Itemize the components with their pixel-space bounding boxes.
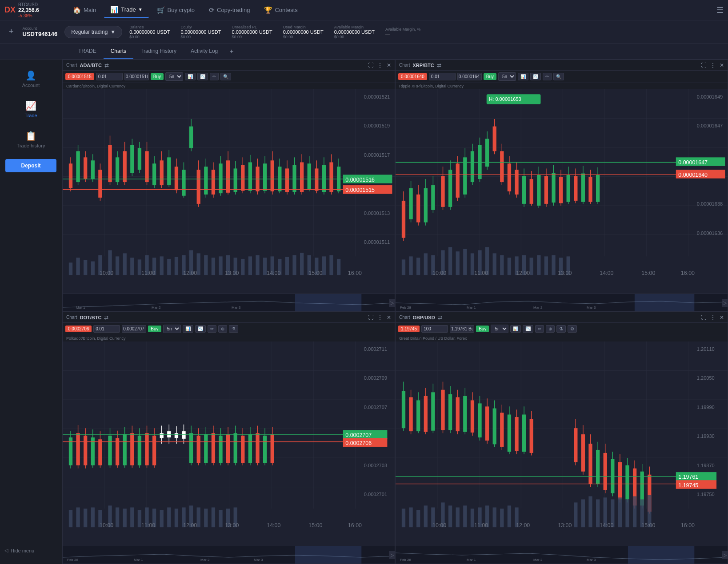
minimap-right-dot[interactable]: ▷ — [389, 551, 395, 559]
settings-gbp[interactable]: ⚙ — [568, 325, 577, 333]
zoom-ada[interactable]: 🔍 — [220, 73, 231, 80]
chart-sync-icon-gbp[interactable]: ⇄ — [438, 314, 442, 321]
chart-close-dot[interactable]: ✕ — [387, 314, 391, 321]
chart-close-xrp[interactable]: ✕ — [720, 62, 724, 68]
chart-sync-icon-xrp[interactable]: ⇄ — [437, 62, 441, 68]
chart-type-gbp[interactable]: 📊 — [510, 325, 521, 333]
svg-rect-121 — [322, 256, 326, 275]
chart-type-xrp[interactable]: 📊 — [518, 73, 528, 80]
tab-trading-history[interactable]: Trading History — [133, 44, 184, 59]
chart-sync-icon-dot[interactable]: ⇄ — [104, 314, 108, 321]
tab-charts[interactable]: Charts — [104, 44, 133, 59]
qty-select-dot[interactable]: 0.0002707 Buy — [122, 325, 146, 333]
trading-type-button[interactable]: Regular trading ▼ — [64, 26, 122, 38]
draw-ada[interactable]: ✏ — [210, 73, 219, 80]
chart-expand-icon-ada[interactable]: ⛶ — [368, 62, 373, 68]
chart-menu-dot[interactable]: ⋮ — [376, 314, 384, 321]
minimap-content-xrp: Feb 28 Mar 1 Mar 2 Mar 3 — [396, 294, 728, 311]
chart-type-ada[interactable]: 📊 — [185, 73, 196, 80]
svg-text:0.00001517: 0.00001517 — [364, 152, 390, 158]
svg-rect-88 — [76, 258, 80, 275]
draw-dot[interactable]: ✏ — [208, 325, 216, 333]
buy-button-dot[interactable]: Buy — [148, 326, 161, 332]
chart-expand-icon-xrp[interactable]: ⛶ — [701, 62, 706, 68]
balance-value-5: — — [385, 32, 420, 37]
tf-select-dot[interactable]: 5m — [163, 325, 181, 333]
chart-svg-xrp: H: 0.00001653 — [396, 89, 728, 294]
chart-svg-gbp: 10:00 11:00 12:00 13:00 14:00 15:00 16:0… — [396, 342, 728, 546]
sidebar-item-trade-history[interactable]: 📋 Trade history — [0, 124, 62, 155]
account-icon: 👤 — [25, 70, 36, 81]
nav-item-trade[interactable]: 📊 Trade ▼ — [104, 2, 148, 18]
svg-rect-224 — [471, 253, 474, 275]
qty-select-xrp[interactable]: 0.00001647 Buy — [457, 73, 482, 80]
sell-button-dot[interactable]: 0.0002706 — [65, 326, 92, 332]
qty-input-gbp[interactable] — [421, 325, 448, 333]
tab-activity-log[interactable]: Activity Log — [184, 44, 225, 59]
minus-ada[interactable]: — — [387, 74, 392, 80]
nav-item-main[interactable]: 🏠 Main — [67, 3, 102, 18]
chart-menu-gbp[interactable]: ⋮ — [709, 314, 717, 321]
zoom-xrp[interactable]: 🔍 — [553, 73, 564, 80]
tf-select-ada[interactable]: 5m — [165, 72, 183, 81]
minimap-right-ada[interactable]: ▷ — [389, 299, 395, 307]
flask-dot[interactable]: ⚗ — [229, 325, 238, 333]
chart-label-ada: Chart — [66, 63, 77, 68]
chart-close-ada[interactable]: ✕ — [387, 62, 391, 68]
sell-button-gbp[interactable]: 1.19745 — [398, 326, 420, 332]
draw-xrp[interactable]: ✏ — [543, 73, 552, 80]
buy-button-gbp[interactable]: Buy — [476, 326, 489, 332]
qty-select-ada[interactable]: 0.00001516 Buy — [124, 73, 149, 80]
minimap-right-gbp[interactable]: ▷ — [722, 551, 728, 559]
nav-label-main: Main — [84, 7, 96, 13]
draw-dot2[interactable]: ⊕ — [218, 325, 227, 333]
nav-item-buy-crypto[interactable]: 🛒 Buy crypto — [151, 3, 201, 18]
sell-button-ada[interactable]: 0.00001515 — [65, 73, 94, 80]
indicators-xrp[interactable]: 📉 — [530, 73, 541, 80]
chart-sync-icon-ada[interactable]: ⇄ — [104, 62, 109, 68]
chart-desc-ada: Cardano/Bitcoin, Digital Currency — [63, 83, 395, 89]
nav-item-contests[interactable]: 🏆 Contests — [258, 3, 304, 18]
sidebar-item-account[interactable]: 👤 Account — [0, 64, 62, 94]
tf-select-gbp[interactable]: 5m — [491, 325, 508, 333]
qty-input-xrp[interactable] — [429, 73, 456, 80]
tab-trade[interactable]: TRADE — [71, 44, 104, 59]
sell-button-xrp[interactable]: 0.00001640 — [398, 73, 427, 80]
indicators-ada[interactable]: 📉 — [197, 73, 208, 80]
hamburger-icon[interactable]: ☰ — [716, 5, 724, 15]
svg-text:13:00: 13:00 — [225, 522, 239, 528]
buy-button-ada[interactable]: Buy — [151, 73, 164, 80]
chart-expand-icon-gbp[interactable]: ⛶ — [701, 314, 706, 321]
chart-expand-icon-dot[interactable]: ⛶ — [368, 314, 373, 321]
draw-gbp2[interactable]: ⊕ — [546, 325, 555, 333]
indicators-dot[interactable]: 📉 — [195, 325, 206, 333]
svg-text:0.0002711: 0.0002711 — [364, 346, 387, 352]
nav-right: ☰ — [716, 5, 724, 15]
qty-select-gbp[interactable]: 1.19761 Buy — [450, 325, 474, 333]
chart-menu-ada[interactable]: ⋮ — [376, 62, 384, 69]
svg-rect-123 — [337, 259, 340, 275]
tf-select-xrp[interactable]: 5m — [498, 72, 516, 81]
buy-button-xrp[interactable]: Buy — [484, 73, 496, 80]
svg-rect-450 — [448, 505, 452, 527]
balance-equity: Equity 0.00000000 USDT $0.00 — [180, 25, 221, 39]
chart-close-gbp[interactable]: ✕ — [720, 314, 724, 321]
minimap-right-xrp[interactable]: ▷ — [722, 299, 728, 307]
chart-menu-xrp[interactable]: ⋮ — [709, 62, 717, 69]
svg-rect-118 — [300, 253, 304, 275]
qty-input-ada[interactable] — [96, 73, 123, 80]
add-account-button[interactable]: + — [7, 25, 16, 38]
nav-item-copy-trading[interactable]: ⟳ Copy-trading — [203, 3, 256, 18]
sidebar-item-trade[interactable]: 📈 Trade — [0, 94, 62, 124]
add-tab-button[interactable]: + — [225, 44, 238, 59]
qty-input-dot[interactable] — [93, 325, 120, 333]
draw-gbp[interactable]: ✏ — [535, 325, 544, 333]
hide-menu-button[interactable]: ◁ Hide menu — [0, 541, 62, 560]
minus-xrp[interactable]: — — [720, 74, 725, 80]
svg-rect-112 — [256, 255, 259, 275]
svg-text:15:00: 15:00 — [308, 270, 322, 276]
indicators-gbp[interactable]: 📉 — [523, 325, 533, 333]
chart-type-dot[interactable]: 📊 — [183, 325, 193, 333]
deposit-button[interactable]: Deposit — [5, 159, 56, 172]
flask-gbp[interactable]: ⚗ — [556, 325, 566, 333]
